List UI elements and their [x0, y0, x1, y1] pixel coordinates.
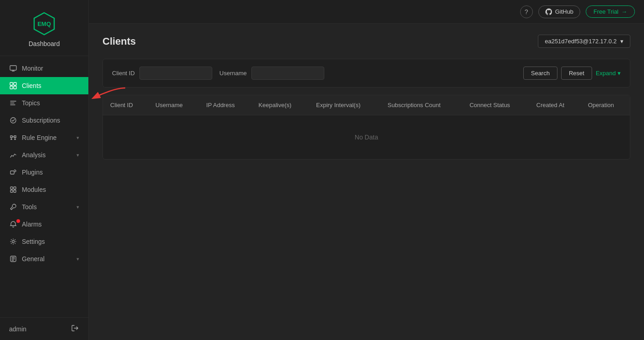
username-input[interactable]: [251, 67, 324, 80]
svg-point-9: [10, 118, 16, 123]
svg-rect-11: [10, 187, 13, 189]
svg-rect-2: [10, 66, 16, 70]
monitor-icon: [9, 64, 17, 72]
sidebar-item-tools[interactable]: Tools ▾: [0, 198, 88, 216]
chevron-down-icon: ▾: [77, 256, 79, 262]
freetrial-button[interactable]: Free Trial →: [586, 5, 635, 18]
col-ip-address: IP Address: [199, 95, 251, 115]
node-selector[interactable]: ea251d7edf53@172.17.0.2 ▾: [538, 35, 630, 48]
svg-rect-12: [14, 187, 16, 189]
col-expiry-interval: Expiry Interval(s): [309, 95, 380, 115]
username-label: Username: [220, 70, 247, 77]
dashboard-label: Dashboard: [29, 40, 60, 47]
sidebar-nav: Monitor Clients Topics Subscriptions: [0, 56, 88, 317]
sidebar-item-settings[interactable]: Settings: [0, 233, 88, 250]
analysis-icon: [9, 151, 17, 159]
plugins-icon: [9, 168, 17, 176]
chevron-down-icon: ▾: [77, 135, 79, 141]
sidebar-item-subscriptions[interactable]: Subscriptions: [0, 112, 88, 129]
alarm-badge: [16, 219, 20, 223]
rule-engine-icon: [9, 134, 17, 142]
tools-icon: [9, 203, 17, 211]
sidebar-item-modules[interactable]: Modules: [0, 181, 88, 198]
expand-button[interactable]: Expand ▾: [596, 70, 621, 77]
content-area: Clients ea251d7edf53@172.17.0.2 ▾ Client…: [89, 24, 644, 340]
sidebar-item-label: Plugins: [22, 169, 43, 176]
sidebar-item-label: Subscriptions: [22, 117, 60, 124]
sidebar-item-label: Tools: [22, 203, 37, 211]
svg-rect-10: [10, 171, 14, 174]
node-chevron-icon: ▾: [620, 38, 624, 45]
github-button[interactable]: GitHub: [538, 5, 580, 18]
topbar: ? GitHub Free Trial →: [89, 0, 644, 24]
svg-rect-13: [10, 190, 13, 192]
node-value: ea251d7edf53@172.17.0.2: [545, 38, 617, 45]
emq-logo: EMQ: [31, 11, 57, 36]
sidebar-item-plugins[interactable]: Plugins: [0, 164, 88, 181]
col-connect-status: Connect Status: [462, 95, 529, 115]
sidebar: EMQ Dashboard Monitor Clients Topics: [0, 0, 89, 340]
sidebar-item-monitor[interactable]: Monitor: [0, 60, 88, 77]
client-id-filter-group: Client ID: [112, 67, 212, 80]
svg-rect-14: [14, 190, 16, 192]
no-data-label: No Data: [103, 115, 630, 160]
user-label: admin: [9, 325, 26, 333]
expand-chevron-icon: ▾: [618, 70, 621, 77]
sidebar-item-label: Analysis: [22, 151, 46, 159]
chevron-down-icon: ▾: [77, 204, 79, 210]
sidebar-item-label: Alarms: [22, 221, 42, 228]
logout-button[interactable]: [71, 324, 79, 334]
clients-table-container: Client ID Username IP Address Keepalive(…: [102, 95, 630, 160]
clients-table: Client ID Username IP Address Keepalive(…: [103, 95, 630, 159]
sidebar-item-label: Rule Engine: [22, 134, 56, 141]
svg-point-15: [12, 241, 15, 243]
general-icon: [9, 255, 17, 263]
help-button[interactable]: ?: [520, 5, 533, 18]
topics-icon: [9, 99, 17, 107]
expand-label: Expand: [596, 70, 616, 77]
freetrial-arrow-icon: →: [621, 8, 627, 15]
username-filter-group: Username: [220, 67, 324, 80]
help-icon: ?: [525, 8, 528, 15]
settings-icon: [9, 237, 17, 246]
freetrial-label: Free Trial: [593, 8, 618, 15]
subscriptions-icon: [9, 116, 17, 124]
sidebar-item-analysis[interactable]: Analysis ▾: [0, 146, 88, 164]
sidebar-item-clients[interactable]: Clients: [0, 77, 88, 94]
chevron-down-icon: ▾: [77, 152, 79, 158]
svg-text:EMQ: EMQ: [37, 21, 51, 27]
svg-rect-6: [14, 82, 16, 85]
reset-button[interactable]: Reset: [561, 67, 592, 80]
sidebar-item-label: General: [22, 255, 45, 263]
sidebar-item-rule-engine[interactable]: Rule Engine ▾: [0, 129, 88, 146]
svg-rect-7: [10, 86, 13, 89]
sidebar-item-alarms[interactable]: Alarms: [0, 216, 88, 233]
sidebar-item-label: Topics: [22, 99, 40, 107]
sidebar-item-general[interactable]: General ▾: [0, 250, 88, 268]
svg-rect-8: [14, 86, 16, 89]
filter-actions: Search Reset Expand ▾: [523, 67, 621, 80]
sidebar-item-topics[interactable]: Topics: [0, 94, 88, 112]
table-body: No Data: [103, 115, 630, 160]
page-title: Clients: [102, 36, 136, 47]
col-subscriptions-count: Subscriptions Count: [380, 95, 462, 115]
col-username: Username: [148, 95, 199, 115]
client-id-input[interactable]: [139, 67, 212, 80]
col-created-at: Created At: [529, 95, 581, 115]
sidebar-item-label: Modules: [22, 186, 46, 193]
page-header: Clients ea251d7edf53@172.17.0.2 ▾: [102, 35, 630, 48]
sidebar-item-label: Monitor: [22, 65, 43, 72]
clients-icon: [9, 82, 17, 90]
sidebar-footer: admin: [0, 317, 88, 340]
github-icon: [545, 8, 552, 15]
sidebar-logo: EMQ Dashboard: [0, 0, 88, 56]
client-id-label: Client ID: [112, 70, 135, 77]
col-operation: Operation: [581, 95, 630, 115]
github-label: GitHub: [555, 8, 573, 15]
search-button[interactable]: Search: [523, 67, 557, 80]
table-row-empty: No Data: [103, 115, 630, 160]
sidebar-item-label: Clients: [22, 82, 41, 89]
table-header: Client ID Username IP Address Keepalive(…: [103, 95, 630, 115]
main-content: ? GitHub Free Trial → Clients ea251d7edf…: [89, 0, 644, 340]
filter-bar: Client ID Username Search Reset Expand ▾: [102, 59, 630, 88]
